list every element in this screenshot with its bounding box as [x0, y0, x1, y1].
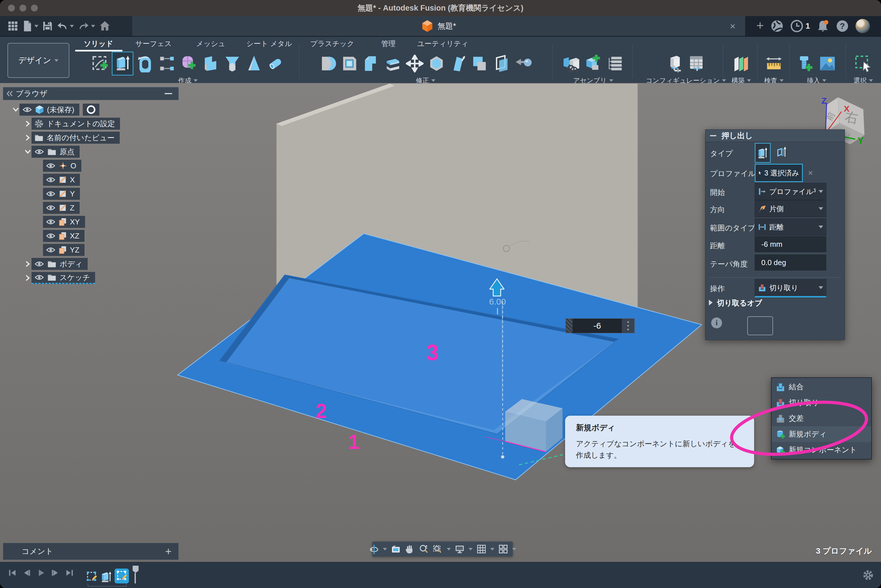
viewports-caret-icon[interactable]: [512, 548, 516, 550]
loft-tool-icon[interactable]: [200, 52, 221, 75]
viewports-icon[interactable]: [498, 544, 508, 554]
menu-item-new-component[interactable]: 新規コンポーネント: [771, 442, 871, 458]
app-grid-icon[interactable]: [8, 21, 18, 32]
type-extrude-thin-button[interactable]: [775, 143, 788, 161]
zoom-icon[interactable]: [419, 544, 429, 554]
timeline-settings-gear-icon[interactable]: [863, 570, 873, 580]
direction-select[interactable]: 片側: [755, 200, 826, 217]
profile-clear-icon[interactable]: ×: [808, 168, 813, 178]
chamfer-tool-icon[interactable]: [427, 52, 447, 75]
mini-input-options-icon[interactable]: [622, 319, 634, 333]
window-zoom-icon[interactable]: [433, 544, 443, 554]
create-form-icon[interactable]: [179, 52, 199, 75]
go-to-start-button[interactable]: [8, 568, 17, 577]
operation-select[interactable]: 切り取り: [755, 279, 826, 297]
create-sketch-icon[interactable]: [90, 52, 110, 75]
configure-icon[interactable]: [665, 52, 685, 75]
offset-face-icon[interactable]: [383, 52, 403, 75]
timeline-sketch-feature[interactable]: [86, 570, 98, 584]
extrude-tool-icon[interactable]: [112, 51, 134, 76]
redo-history-caret-icon[interactable]: [91, 25, 95, 27]
pan-icon[interactable]: [405, 544, 415, 554]
ok-button-partial[interactable]: [747, 316, 773, 335]
joint-bom-icon[interactable]: [605, 52, 625, 75]
measure-icon[interactable]: [764, 52, 784, 75]
timeline-extrude-feature[interactable]: [100, 570, 112, 584]
step-back-button[interactable]: [23, 568, 31, 577]
extent-type-select[interactable]: 距離: [755, 218, 826, 236]
delete-face-icon[interactable]: [514, 52, 534, 75]
account-avatar[interactable]: [855, 19, 870, 33]
mini-input-value[interactable]: -6: [573, 319, 622, 333]
menu-item-intersect[interactable]: 交差: [771, 411, 871, 426]
tab-surface[interactable]: サーフェス: [135, 37, 171, 50]
document-tab[interactable]: 無題* ×: [132, 16, 746, 36]
job-status[interactable]: 1: [790, 20, 810, 33]
tab-sheet-metal[interactable]: シート メタル: [246, 37, 292, 50]
insert-fastener-icon[interactable]: [796, 52, 816, 75]
display-caret-icon[interactable]: [469, 548, 472, 550]
workspace-selector[interactable]: デザイン: [8, 43, 69, 78]
taper-angle-input[interactable]: 0.0 deg: [755, 255, 826, 270]
timeline-active-sketch-feature[interactable]: [114, 568, 129, 584]
pipe-tool-icon[interactable]: [266, 52, 286, 75]
look-at-icon[interactable]: [391, 544, 401, 554]
tab-solid[interactable]: ソリッド: [84, 37, 113, 50]
play-button[interactable]: [37, 568, 45, 577]
start-select[interactable]: プロファイル平...: [755, 183, 826, 200]
step-forward-button[interactable]: [51, 568, 60, 577]
close-tab-icon[interactable]: ×: [730, 16, 735, 36]
combine-tool-icon[interactable]: [361, 52, 381, 75]
mini-input-drag-handle-icon[interactable]: [566, 319, 573, 333]
revolve-tool-icon[interactable]: [135, 52, 155, 75]
grid-settings-icon[interactable]: [476, 544, 487, 554]
tab-utilities[interactable]: ユーティリティ: [417, 37, 469, 50]
display-settings-icon[interactable]: [454, 544, 465, 554]
construct-plane-icon[interactable]: [731, 52, 751, 75]
profile-select-button[interactable]: 3 選択済み: [755, 164, 803, 182]
grid-caret-icon[interactable]: [490, 548, 495, 550]
help-icon[interactable]: ?: [836, 20, 849, 33]
tab-plastic[interactable]: プラスチック: [310, 37, 354, 50]
window-zoom-caret-icon[interactable]: [447, 548, 451, 550]
home-view-button[interactable]: [99, 20, 111, 32]
close-window-button[interactable]: [8, 4, 15, 12]
go-to-end-button[interactable]: [65, 568, 74, 577]
new-component-icon[interactable]: [583, 52, 603, 75]
insert-canvas-icon[interactable]: [818, 52, 837, 75]
orbit-icon[interactable]: [369, 544, 379, 554]
insert-derive-icon[interactable]: [561, 52, 582, 75]
menu-item-new-body[interactable]: 新規ボディ: [771, 426, 871, 442]
distance-mini-input[interactable]: -6: [565, 318, 635, 333]
draft-tool-icon[interactable]: [448, 52, 468, 75]
sweep-rails-icon[interactable]: [157, 52, 177, 75]
redo-button[interactable]: [78, 21, 95, 31]
expand-section-icon[interactable]: [709, 300, 713, 306]
timeline-position-marker[interactable]: [132, 566, 138, 584]
tab-manage[interactable]: 管理: [381, 37, 395, 50]
zoom-window-button[interactable]: [31, 4, 38, 12]
type-extrude-solid-button[interactable]: [755, 143, 771, 163]
info-icon[interactable]: i: [711, 318, 722, 328]
select-tool-icon[interactable]: [853, 52, 873, 75]
file-menu-button[interactable]: [23, 20, 38, 32]
cone-tool-icon[interactable]: [244, 52, 264, 75]
extensions-globe-icon[interactable]: [770, 20, 783, 33]
undo-history-caret-icon[interactable]: [70, 25, 74, 27]
offset-plane-icon[interactable]: [492, 52, 512, 75]
notifications-bell-icon[interactable]: [816, 20, 829, 33]
sketch-point[interactable]: [501, 455, 504, 459]
move-tool-icon[interactable]: [405, 52, 425, 75]
comments-bar[interactable]: コメント +: [3, 543, 179, 560]
menu-item-cut[interactable]: 切り取り: [771, 395, 871, 411]
menu-item-join[interactable]: 結合: [771, 379, 871, 395]
undo-button[interactable]: [57, 21, 74, 31]
press-pull-icon[interactable]: [318, 52, 338, 75]
cut-objects-label[interactable]: 切り取るオブ: [717, 298, 780, 308]
revolve-cut-icon[interactable]: [222, 52, 242, 75]
minimize-window-button[interactable]: [20, 4, 26, 12]
tab-mesh[interactable]: メッシュ: [196, 37, 226, 50]
save-button[interactable]: [42, 21, 53, 31]
distance-input[interactable]: -6 mm: [755, 236, 826, 252]
dialog-collapse-icon[interactable]: [710, 135, 716, 136]
